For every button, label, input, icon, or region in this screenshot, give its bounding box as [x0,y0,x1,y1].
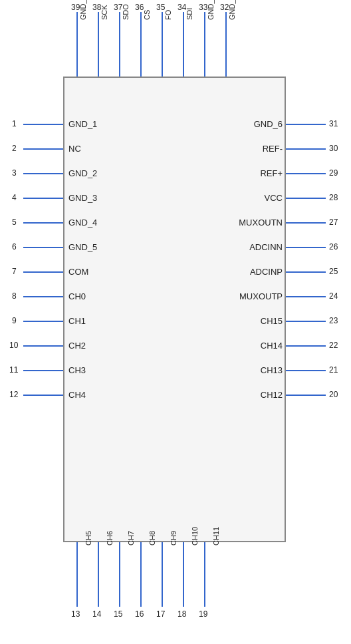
pin-line-left-4 [23,198,63,199]
pin-label-right-23: CH15 [261,316,283,326]
pin-label-right-24: MUXOUTP [239,291,283,301]
pin-num-right-31: 31 [329,119,338,128]
pin-line-top-32 [225,12,227,77]
pin-label-top-33: GND_8 [207,0,215,20]
ic-body [63,77,286,542]
pin-num-bottom-16: 16 [135,609,144,619]
pin-line-right-21 [286,370,326,371]
pin-line-bottom-14 [98,542,99,607]
pin-line-left-11 [23,370,63,371]
pin-line-right-26 [286,247,326,248]
pin-label-left-2: NC [68,144,81,154]
pin-num-right-24: 24 [329,291,338,301]
pin-line-bottom-13 [76,542,78,607]
pin-label-top-32: GND_7 [228,0,236,20]
pin-num-right-25: 25 [329,267,338,276]
pin-line-right-22 [286,345,326,347]
pin-num-left-1: 1 [12,119,17,128]
pin-num-left-7: 7 [12,267,17,276]
pin-line-top-35 [162,12,163,77]
pin-line-right-23 [286,321,326,322]
pin-line-right-24 [286,296,326,297]
pin-num-left-5: 5 [12,218,17,227]
pin-line-right-31 [286,124,326,125]
pin-label-bottom-13: CH5 [84,531,92,546]
pin-label-right-29: REF+ [260,168,283,178]
pin-num-left-11: 11 [9,365,18,375]
pin-line-right-30 [286,148,326,150]
pin-num-left-3: 3 [12,168,17,178]
pin-label-top-36: CS [143,10,151,20]
pin-line-left-9 [23,321,63,322]
pin-label-left-6: GND_5 [68,242,97,252]
pin-line-top-34 [183,12,184,77]
pin-line-right-29 [286,173,326,174]
pin-label-right-26: ADCINN [249,242,283,252]
pin-label-left-10: CH2 [68,341,86,351]
pin-label-right-25: ADCINP [250,267,283,277]
pin-line-left-5 [23,222,63,224]
pin-label-top-35: FO [164,10,172,20]
pin-label-left-8: CH0 [68,291,86,301]
pin-line-left-10 [23,345,63,347]
pin-label-bottom-19: CH11 [212,527,220,546]
pin-label-left-3: GND_2 [68,168,97,178]
pin-num-right-30: 30 [329,144,338,153]
pin-line-right-27 [286,222,326,224]
pin-label-top-39: GND_9 [79,0,87,20]
pin-num-left-8: 8 [12,291,17,301]
pin-line-bottom-16 [140,542,142,607]
pin-label-right-20: CH12 [261,390,283,400]
pin-line-top-33 [204,12,205,77]
pin-num-bottom-18: 18 [177,609,186,619]
pin-label-left-12: CH4 [68,390,86,400]
pin-line-right-28 [286,198,326,199]
pin-num-left-4: 4 [12,193,17,202]
pin-label-left-7: COM [68,267,88,277]
pin-label-top-37: SDO [122,4,130,20]
pin-label-right-22: CH14 [261,341,283,351]
pin-num-right-27: 27 [329,218,338,227]
pin-line-left-12 [23,395,63,396]
pin-label-left-4: GND_3 [68,193,97,203]
pin-label-bottom-18: CH10 [191,527,199,546]
pin-line-left-8 [23,296,63,297]
pin-num-bottom-15: 15 [114,609,122,619]
pin-label-top-34: SDI [185,8,193,20]
pin-label-bottom-17: CH9 [170,531,177,546]
pin-num-bottom-14: 14 [92,609,101,619]
pin-label-bottom-14: CH6 [106,531,114,546]
pin-line-left-7 [23,271,63,273]
pin-num-left-10: 10 [9,341,18,350]
pin-num-right-28: 28 [329,193,338,202]
pin-label-bottom-15: CH7 [127,531,135,546]
pin-line-left-1 [23,124,63,125]
pin-label-left-11: CH3 [68,365,86,375]
pin-num-left-6: 6 [12,242,17,251]
pin-line-top-36 [140,12,142,77]
pin-line-left-3 [23,173,63,174]
pin-line-bottom-18 [183,542,184,607]
pin-line-left-2 [23,148,63,150]
pin-num-bottom-13: 13 [71,609,80,619]
pin-num-right-22: 22 [329,341,338,350]
diagram-container: 39 GND_9 38 SCK 37 SDO 36 CS 35 FO 34 SD… [0,0,351,644]
pin-num-right-23: 23 [329,316,338,325]
pin-num-left-9: 9 [12,316,17,325]
pin-label-right-28: VCC [265,193,283,203]
pin-num-left-2: 2 [12,144,17,153]
pin-label-left-5: GND_4 [68,218,97,228]
pin-num-left-12: 12 [9,390,18,399]
pin-line-bottom-19 [204,542,205,607]
pin-line-bottom-15 [119,542,120,607]
pin-label-right-27: MUXOUTN [239,218,283,228]
pin-label-left-9: CH1 [68,316,86,326]
pin-line-right-20 [286,395,326,396]
pin-label-right-30: REF- [263,144,283,154]
pin-label-right-31: GND_6 [254,119,283,129]
pin-label-top-38: SCK [100,5,108,20]
pin-line-left-6 [23,247,63,248]
pin-label-left-1: GND_1 [68,119,97,129]
pin-num-right-21: 21 [329,365,338,375]
pin-line-top-37 [119,12,120,77]
